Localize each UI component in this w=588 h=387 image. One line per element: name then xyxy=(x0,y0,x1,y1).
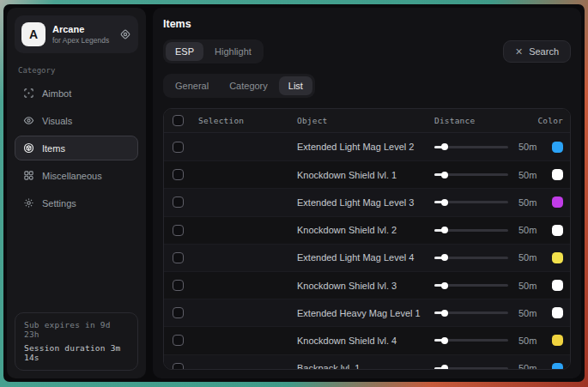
color-swatch[interactable] xyxy=(552,335,563,346)
color-swatch[interactable] xyxy=(552,307,563,318)
color-swatch[interactable] xyxy=(552,197,563,208)
slider-handle[interactable] xyxy=(441,199,448,206)
distance-value: 50m xyxy=(518,225,543,235)
row-checkbox[interactable] xyxy=(173,225,184,236)
sidebar: A Arcane for Apex Legends Category Aimbo xyxy=(7,8,146,378)
gear-icon xyxy=(23,197,34,209)
select-all-checkbox[interactable] xyxy=(173,115,184,126)
row-checkbox[interactable] xyxy=(173,197,184,208)
sidebar-item-label: Items xyxy=(42,143,65,154)
distance-value: 50m xyxy=(518,281,543,291)
table-row: Extended Heavy Mag Level 1 50m xyxy=(164,299,570,326)
x-icon: ✕ xyxy=(515,47,523,57)
distance-value: 50m xyxy=(518,336,543,346)
color-swatch[interactable] xyxy=(552,142,563,153)
tab-esp[interactable]: ESP xyxy=(166,42,203,61)
tab-general[interactable]: General xyxy=(166,76,218,95)
column-header-distance: Distance xyxy=(434,116,546,125)
distance-cell: 50m xyxy=(434,252,546,263)
object-name: Knockdown Shield lvl. 2 xyxy=(297,225,434,235)
color-swatch[interactable] xyxy=(552,363,563,370)
object-name: Extended Light Mag Level 4 xyxy=(297,252,434,263)
diamond-badge-icon[interactable] xyxy=(119,28,131,40)
sidebar-item-label: Settings xyxy=(42,198,76,209)
distance-slider[interactable] xyxy=(434,257,508,259)
row-checkbox[interactable] xyxy=(173,280,184,291)
row-checkbox[interactable] xyxy=(173,363,184,370)
row-checkbox[interactable] xyxy=(173,169,184,180)
slider-handle[interactable] xyxy=(441,172,448,178)
sidebar-item-label: Aimbot xyxy=(42,88,71,99)
slider-handle[interactable] xyxy=(441,365,448,370)
slider-handle[interactable] xyxy=(441,143,448,150)
table-row: Backpack lvl. 1 50m xyxy=(164,354,570,371)
distance-slider[interactable] xyxy=(434,229,508,232)
slider-handle[interactable] xyxy=(441,310,448,317)
color-swatch[interactable] xyxy=(552,225,563,236)
main-panel: Items ESP Highlight ✕ Search General Cat… xyxy=(153,8,581,378)
color-swatch[interactable] xyxy=(552,280,563,291)
color-swatch[interactable] xyxy=(552,252,563,263)
distance-slider[interactable] xyxy=(434,311,508,314)
sidebar-item-visuals[interactable]: Visuals xyxy=(15,108,138,133)
table-row: Extended Light Mag Level 3 50m xyxy=(164,188,570,215)
sidebar-item-miscellaneous[interactable]: Miscellaneous xyxy=(15,163,138,188)
column-header-object: Object xyxy=(297,116,434,125)
row-checkbox[interactable] xyxy=(173,142,184,153)
session-duration-text: Session duration 3m 14s xyxy=(24,343,129,362)
column-header-selection: Selection xyxy=(198,116,297,125)
table-row: Extended Light Mag Level 2 50m xyxy=(164,133,570,160)
tab-list[interactable]: List xyxy=(279,76,312,95)
logo-text: Arcane for Apex Legends xyxy=(52,24,112,45)
grid-icon xyxy=(23,170,34,181)
row-checkbox[interactable] xyxy=(173,307,184,318)
distance-slider[interactable] xyxy=(434,146,508,148)
table-header: Selection Object Distance Color xyxy=(164,109,570,133)
slider-handle[interactable] xyxy=(441,254,448,261)
controls-row: ESP Highlight ✕ Search xyxy=(163,39,571,63)
object-name: Knockdown Shield lvl. 4 xyxy=(297,336,434,346)
package-icon xyxy=(23,142,34,154)
search-button[interactable]: ✕ Search xyxy=(503,40,571,63)
object-name: Extended Light Mag Level 3 xyxy=(297,197,434,208)
distance-cell: 50m xyxy=(434,170,546,180)
distance-value: 50m xyxy=(518,197,543,208)
search-button-label: Search xyxy=(529,46,559,57)
color-swatch[interactable] xyxy=(552,169,563,180)
object-name: Knockdown Shield lvl. 1 xyxy=(297,170,434,180)
mode-segment-control: ESP Highlight xyxy=(163,39,264,63)
table-row: Knockdown Shield lvl. 3 50m xyxy=(164,271,570,299)
row-checkbox[interactable] xyxy=(173,335,184,346)
object-name: Extended Light Mag Level 2 xyxy=(297,142,434,152)
distance-slider[interactable] xyxy=(434,201,508,203)
slider-handle[interactable] xyxy=(441,282,448,289)
sidebar-item-label: Visuals xyxy=(42,116,72,126)
sidebar-item-aimbot[interactable]: Aimbot xyxy=(15,81,138,106)
distance-slider[interactable] xyxy=(434,339,508,342)
distance-value: 50m xyxy=(518,252,543,263)
distance-value: 50m xyxy=(518,308,543,318)
app-logo: A xyxy=(21,22,45,46)
object-name: Backpack lvl. 1 xyxy=(297,363,434,370)
tab-category[interactable]: Category xyxy=(220,76,277,95)
tabs-row: General Category List xyxy=(163,74,571,98)
distance-value: 50m xyxy=(518,363,543,370)
sidebar-item-items[interactable]: Items xyxy=(15,136,138,160)
logo-card: A Arcane for Apex Legends xyxy=(15,15,138,53)
table-row: Extended Light Mag Level 4 50m xyxy=(164,244,570,271)
distance-slider[interactable] xyxy=(434,367,508,370)
distance-slider[interactable] xyxy=(434,173,508,176)
app-subtitle: for Apex Legends xyxy=(52,36,112,45)
distance-slider[interactable] xyxy=(434,284,508,287)
object-name: Knockdown Shield lvl. 3 xyxy=(297,281,434,291)
table-row: Knockdown Shield lvl. 2 50m xyxy=(164,216,570,244)
sidebar-item-settings[interactable]: Settings xyxy=(15,190,138,215)
slider-handle[interactable] xyxy=(441,337,448,344)
slider-handle[interactable] xyxy=(441,227,448,233)
tab-highlight[interactable]: Highlight xyxy=(205,42,261,61)
table-row: Knockdown Shield lvl. 1 50m xyxy=(164,160,570,188)
items-table: Selection Object Distance Color Extended… xyxy=(163,108,571,370)
row-checkbox[interactable] xyxy=(173,252,184,263)
table-body: Extended Light Mag Level 2 50m xyxy=(164,133,570,370)
column-header-color: Color xyxy=(537,116,563,125)
